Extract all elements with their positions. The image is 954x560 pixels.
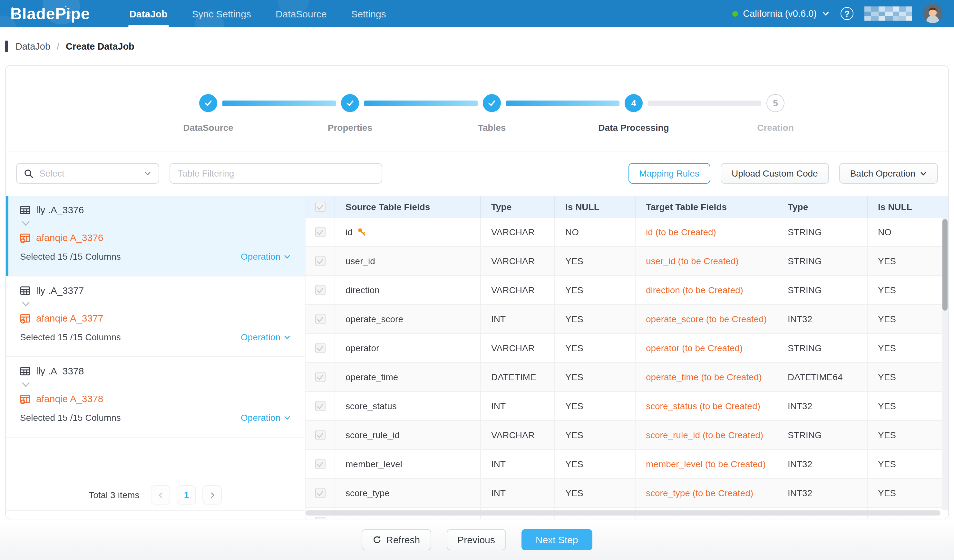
row-checkbox[interactable]: [315, 488, 325, 498]
target-field-cell: id (to be Created): [636, 218, 777, 246]
row-checkbox[interactable]: [315, 372, 325, 382]
avatar[interactable]: [923, 4, 942, 23]
mapping-rules-button[interactable]: Mapping Rules: [628, 163, 710, 184]
row-checkbox[interactable]: [315, 285, 325, 295]
row-checkbox[interactable]: [315, 343, 325, 353]
refresh-icon: [373, 535, 382, 544]
step-creation[interactable]: 5 Creation: [705, 94, 846, 133]
source-isnull-cell: YES: [555, 450, 636, 478]
refresh-button[interactable]: Refresh: [362, 529, 431, 550]
avatar-illustration: [923, 4, 942, 23]
target-isnull-cell: YES: [868, 479, 943, 507]
step-datasource[interactable]: DataSource: [137, 94, 279, 133]
step-tables[interactable]: Tables: [421, 94, 563, 133]
chevron-right-icon: [209, 492, 216, 498]
batch-operation-button[interactable]: Batch Operation: [839, 163, 938, 184]
source-field-cell: score_type: [335, 479, 481, 507]
pagination-next-button[interactable]: [203, 485, 222, 505]
step-label: Tables: [478, 123, 506, 133]
help-icon[interactable]: ?: [840, 7, 853, 20]
operation-dropdown[interactable]: Operation: [241, 251, 291, 261]
table-grid-icon: [20, 205, 30, 215]
step-circle: [341, 94, 359, 112]
breadcrumb-current: Create DataJob: [66, 41, 134, 51]
row-checkbox[interactable]: [315, 430, 325, 440]
step-label: DataSource: [183, 123, 233, 133]
table-list-item[interactable]: lly .A_3378 afanqie A_3378 Selected 15 /…: [6, 357, 305, 437]
header-checkbox-cell: [306, 196, 335, 218]
target-field-cell: operate_score (to be Created): [636, 305, 777, 333]
source-field-name: user_id: [346, 256, 375, 266]
target-type-cell: DATETIME64: [777, 363, 868, 391]
source-field-cell: operator: [335, 334, 481, 362]
region-selector[interactable]: California (v0.6.0): [732, 8, 829, 19]
table-list-item[interactable]: lly .A_3377 afanqie A_3377 Selected 15 /…: [6, 277, 305, 357]
chevron-down-icon: [144, 170, 151, 177]
source-field-name: member_level: [346, 459, 402, 469]
table-filtering-input[interactable]: [170, 163, 382, 184]
nav-item-settings[interactable]: Settings: [339, 0, 398, 27]
row-checkbox[interactable]: [315, 459, 325, 469]
target-field-cell: operate_time (to be Created): [636, 363, 777, 391]
upload-custom-code-button[interactable]: Upload Custom Code: [721, 163, 829, 184]
row-checkbox[interactable]: [315, 517, 325, 519]
next-step-button[interactable]: Next Step: [521, 529, 592, 550]
logo-particles: [65, 5, 66, 7]
pagination: Total 3 items 1: [6, 479, 305, 511]
check-icon: [204, 99, 213, 107]
table-body: id VARCHAR NO id (to be Created) STRING …: [306, 218, 948, 508]
row-checkbox[interactable]: [315, 401, 325, 411]
operation-dropdown[interactable]: Operation: [241, 332, 291, 342]
breadcrumb-datajob[interactable]: DataJob: [16, 41, 50, 51]
select-dropdown[interactable]: Select: [16, 163, 159, 184]
source-field-name: direction: [346, 285, 380, 295]
nav-item-datajob[interactable]: DataJob: [117, 0, 179, 27]
source-field-name: score_type: [346, 488, 390, 498]
source-isnull-cell: NO: [555, 218, 636, 246]
target-field-cell: score_status (to be Created): [636, 392, 777, 420]
breadcrumb-separator: /: [57, 41, 59, 51]
chevron-down-icon: [21, 381, 30, 388]
region-label: California (v0.6.0): [743, 8, 817, 19]
nav-item-label: Settings: [351, 8, 386, 19]
mapping-expander[interactable]: [21, 220, 291, 227]
row-checkbox-cell: [306, 450, 335, 478]
table-list-sidebar: lly .A_3376 afanqie A_3376 Selected 15 /…: [6, 196, 306, 519]
operation-dropdown[interactable]: Operation: [241, 412, 291, 423]
search-icon: [24, 168, 34, 178]
row-checkbox[interactable]: [315, 314, 325, 324]
vertical-scrollbar-thumb[interactable]: [942, 219, 948, 311]
table-row: id VARCHAR NO id (to be Created) STRING …: [306, 218, 948, 247]
row-checkbox[interactable]: [315, 256, 325, 266]
mapping-expander[interactable]: [21, 381, 291, 388]
table-list-item[interactable]: lly .A_3376 afanqie A_3376 Selected 15 /…: [6, 196, 305, 277]
source-field-cell: direction: [335, 276, 481, 304]
table-row: operate_time DATETIME YES operate_time (…: [306, 363, 948, 392]
source-type-cell: INT: [481, 305, 555, 333]
chevron-down-icon: [284, 253, 291, 260]
app-logo[interactable]: BladePipe: [10, 4, 90, 23]
row-checkbox-cell: [306, 334, 335, 362]
nav-item-label: DataSource: [276, 8, 326, 19]
nav-item-sync-settings[interactable]: Sync Settings: [180, 0, 263, 27]
previous-button[interactable]: Previous: [446, 529, 506, 550]
target-type-cell: STRING: [777, 334, 868, 362]
nav-item-datasource[interactable]: DataSource: [263, 0, 339, 27]
breadcrumb-accent-bar: [5, 40, 8, 52]
step-data-processing[interactable]: 4 Data Processing: [563, 94, 705, 133]
table-row: score_rule_id VARCHAR YES score_rule_id …: [306, 421, 948, 450]
target-table-name: afanqie A_3377: [36, 313, 103, 324]
pagination-page-1[interactable]: 1: [177, 485, 196, 505]
target-isnull-cell: NO: [868, 218, 943, 246]
step-properties[interactable]: Properties: [279, 94, 421, 133]
select-all-checkbox[interactable]: [315, 202, 325, 212]
row-checkbox-cell: [306, 305, 335, 333]
toolbar: Select Mapping Rules Upload Custom Code …: [6, 151, 948, 196]
step-circle: 5: [767, 94, 784, 112]
row-checkbox[interactable]: [315, 227, 325, 237]
pagination-prev-button[interactable]: [151, 485, 170, 505]
target-table-name: afanqie A_3378: [36, 393, 103, 404]
horizontal-scrollbar[interactable]: [306, 510, 940, 515]
mapping-expander[interactable]: [21, 301, 291, 307]
chevron-down-icon: [822, 10, 829, 17]
